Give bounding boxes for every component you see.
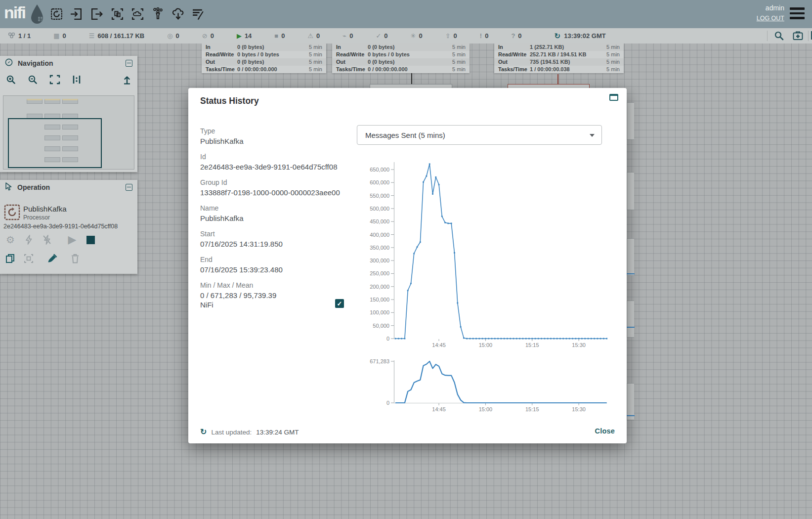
status-history-overview-chart[interactable]: 671,283014:4515:0015:1515:30 [361,356,618,415]
field-value: 07/16/2025 15:39:23.480 [200,265,348,275]
group-button[interactable] [23,253,34,264]
minimap-component [27,99,43,104]
stop-button[interactable] [85,234,96,245]
last-updated-label: Last updated: [211,429,252,436]
navigation-toolbar [0,71,137,87]
status-count: 0 [454,32,457,40]
status-count: 0 [384,32,387,40]
field-id: Id2e246483-ee9a-3de9-9191-0e64d75cff08 [200,152,348,172]
search-icon[interactable] [774,31,784,42]
stats-row: Tasks/Time0 / 00:00:00.0005 min [202,66,326,73]
svg-text:350,000: 350,000 [370,245,389,251]
sync-failure-icon: ? [511,33,515,39]
refresh-icon[interactable]: ↻ [555,33,561,40]
stale-icon: ⇧ [445,33,451,39]
status-queue-item: ☰608 / 161.17 KB [89,32,144,40]
download-flow-icon[interactable] [171,6,185,21]
stats-row: Read/Write0 bytes / 0 bytes5 min [202,51,326,58]
go-to-parent-button[interactable] [123,75,131,85]
divider [767,31,768,41]
svg-text:500,000: 500,000 [370,206,389,212]
field-end: End07/16/2025 15:39:23.480 [200,255,348,275]
copy-button[interactable] [5,253,16,264]
stats-row: Tasks/Time0 / 00:00:00.0005 min [332,66,470,73]
configure-button[interactable]: ⚙ [5,234,16,245]
svg-text:100,000: 100,000 [370,309,389,315]
stats-row: Out735 (194.51 KB)5 min [494,58,624,66]
navigation-minimap[interactable] [3,95,134,170]
status-count: 608 / 161.17 KB [97,32,144,40]
start-button[interactable]: ▶ [67,234,78,245]
pointer-icon [5,182,12,193]
zoom-out-button[interactable] [28,75,38,85]
field-label: Start [200,229,348,238]
operation-palette: Operation PublishKafka Processor 2e24648… [0,180,137,274]
zoom-in-button[interactable] [6,75,16,85]
status-bar-stats: 1 / 1▦0☰608 / 161.17 KB◎0⊘0▶14■0⚠0⌁0✓0✳0… [8,32,522,40]
last-refresh-time: 13:39:02 GMT [564,32,606,40]
selected-component-type: Processor [23,214,50,221]
field-label: Type [200,127,348,135]
collapse-operation-button[interactable] [126,184,132,191]
stats-row: Tasks/Time1 / 00:00:00.0385 min [494,66,624,73]
grid-icon: ▦ [53,33,59,39]
disable-button[interactable] [42,234,52,245]
invalid-icon: ⚠ [307,33,313,39]
svg-text:671,283: 671,283 [370,358,389,364]
svg-text:15:15: 15:15 [525,342,539,348]
navigation-palette: Navigation [0,56,137,172]
status-count: 0 [281,32,285,40]
divider [808,31,809,41]
field-value: PublishKafka [200,214,348,223]
delete-button[interactable] [70,253,81,264]
status-running-item: ▶14 [237,32,252,40]
status-not-transmitting-item: ⊘0 [202,32,214,40]
connection-label [370,84,452,88]
zoom-fit-button[interactable] [49,75,60,85]
processor-icon[interactable] [49,6,63,21]
status-bar: 1 / 1▦0☰608 / 161.17 KB◎0⊘0▶14■0⚠0⌁0✓0✳0… [0,28,812,43]
enable-button[interactable] [23,234,34,245]
status-invalid-item: ⚠0 [307,32,320,40]
input-port-icon[interactable] [70,6,84,21]
status-count: 0 [485,32,488,40]
medkit-icon[interactable] [793,31,803,42]
output-port-icon[interactable] [90,6,104,21]
status-count: 1 / 1 [18,32,31,40]
component-toolbar [49,6,205,21]
svg-text:0: 0 [386,336,389,342]
svg-text:600,000: 600,000 [370,179,389,185]
field-value: 133888f7-0198-1000-0000-0000023aee00 [200,188,348,198]
process-group-icon[interactable] [110,6,124,21]
minimap-component [44,99,60,104]
maximize-dialog-icon[interactable] [609,94,618,101]
status-bar-refresh: ↻ 13:39:02 GMT [555,32,606,40]
component-sparkline [627,415,635,416]
metric-select-value: Messages Sent (5 mins) [365,126,445,145]
remote-process-group-icon[interactable] [130,6,144,21]
field-start: Start07/16/2025 14:31:19.850 [200,229,348,249]
svg-text:250,000: 250,000 [370,270,389,276]
status-count: 0 [419,32,422,40]
refresh-icon[interactable]: ↻ [200,428,207,436]
series-visibility-checkbox[interactable]: ✓ [335,299,344,308]
stats-row: Read/Write252.71 KB / 194.51 KB5 min [494,51,624,58]
change-color-button[interactable] [46,253,57,264]
logout-link[interactable]: LOG OUT [757,14,784,23]
queue-icon: ☰ [89,33,95,39]
funnel-icon[interactable] [151,6,165,21]
zoom-actual-button[interactable] [72,75,81,85]
metric-select[interactable]: Messages Sent (5 mins) [357,125,602,145]
svg-text:15:15: 15:15 [525,406,539,412]
close-button[interactable]: Close [595,427,615,435]
component-sparkline [627,273,635,274]
stats-row: In1 (252.71 KB)5 min [494,43,624,51]
minimap-viewport[interactable] [8,118,102,168]
nifi-logo: nifi [4,3,25,22]
last-updated-time: 13:39:24 GMT [256,429,299,436]
collapse-navigation-button[interactable] [126,60,132,67]
global-menu-icon[interactable] [790,7,805,20]
disabled-icon: ⌁ [342,33,346,39]
user-block: admin LOG OUT [757,3,784,23]
label-icon[interactable] [191,6,205,21]
